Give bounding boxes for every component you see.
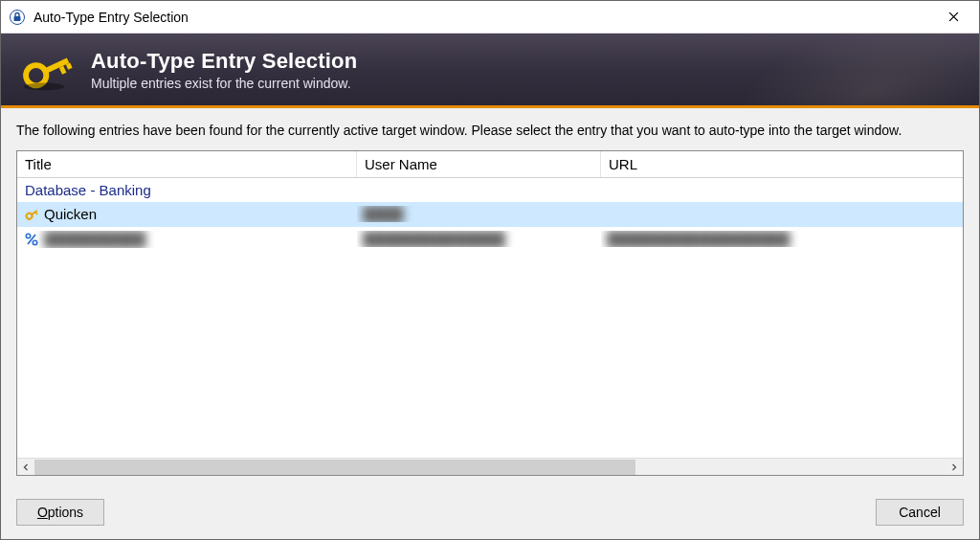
- header-title: Auto-Type Entry Selection: [91, 49, 357, 74]
- body-area: The following entries have been found fo…: [1, 108, 979, 487]
- close-button[interactable]: [931, 2, 975, 33]
- svg-point-10: [26, 234, 30, 237]
- table-row[interactable]: Quicken ████: [17, 202, 963, 227]
- table-row[interactable]: ██████████ ██████████████ ██████████████…: [17, 227, 963, 252]
- svg-point-11: [33, 240, 36, 244]
- table-body: Database - Banking Q: [17, 178, 963, 458]
- horizontal-scrollbar[interactable]: [17, 458, 963, 475]
- app-lock-icon: [9, 9, 26, 26]
- header-banner: Auto-Type Entry Selection Multiple entri…: [1, 34, 979, 108]
- entry-url: ██████████████████: [607, 231, 790, 247]
- options-button[interactable]: Options: [16, 499, 104, 526]
- entries-table: Title User Name URL Database - Banking: [16, 150, 964, 476]
- instruction-text: The following entries have been found fo…: [16, 122, 964, 141]
- entry-user: ██████████████: [363, 231, 505, 247]
- scroll-right-arrow[interactable]: [946, 459, 963, 476]
- entry-user: ████: [363, 206, 404, 222]
- dialog-footer: Options Cancel: [1, 487, 979, 539]
- svg-point-6: [24, 82, 65, 90]
- group-header-row[interactable]: Database - Banking: [17, 178, 963, 202]
- header-subtitle: Multiple entries exist for the current w…: [91, 76, 357, 91]
- key-icon: [18, 46, 78, 94]
- svg-rect-1: [14, 16, 21, 21]
- scroll-left-arrow[interactable]: [17, 459, 34, 476]
- col-header-url[interactable]: URL: [601, 151, 963, 177]
- entry-title: Quicken: [44, 206, 97, 222]
- dialog-window: Auto-Type Entry Selection Auto-Type Entr…: [0, 0, 980, 540]
- window-title: Auto-Type Entry Selection: [33, 10, 931, 25]
- table-header: Title User Name URL: [17, 151, 963, 178]
- key-icon: [23, 206, 40, 223]
- col-header-title[interactable]: Title: [17, 151, 357, 177]
- scroll-thumb[interactable]: [34, 460, 635, 475]
- percent-icon: [23, 231, 40, 248]
- col-header-user[interactable]: User Name: [357, 151, 601, 177]
- options-label-rest: ptions: [48, 505, 83, 520]
- svg-line-12: [28, 235, 35, 244]
- entry-title: ██████████: [44, 231, 145, 247]
- cancel-button[interactable]: Cancel: [876, 499, 964, 526]
- header-text: Auto-Type Entry Selection Multiple entri…: [91, 49, 357, 91]
- titlebar: Auto-Type Entry Selection: [1, 1, 979, 34]
- scroll-track[interactable]: [34, 460, 946, 475]
